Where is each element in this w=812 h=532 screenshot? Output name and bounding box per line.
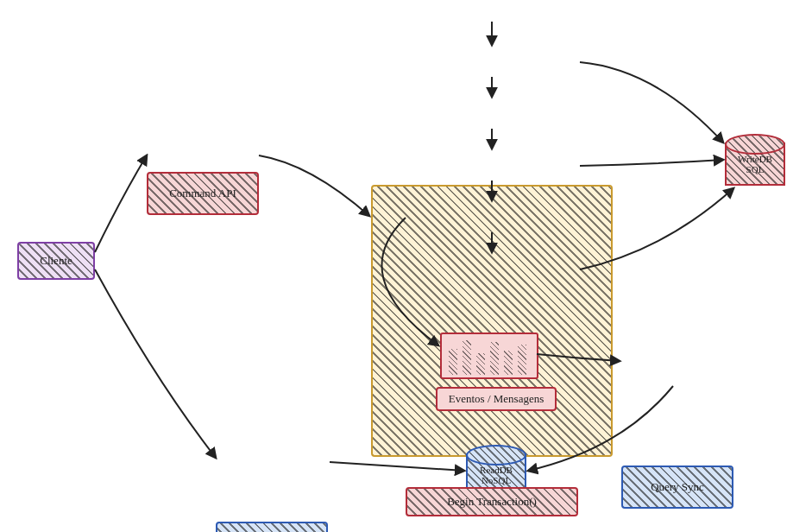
node-message-queue-icon bbox=[440, 332, 538, 379]
diagram-canvas: Cliente Command API Query API Query Sync… bbox=[0, 0, 812, 532]
node-query-api: Query API bbox=[216, 522, 328, 532]
node-transaction-group bbox=[371, 185, 613, 457]
label-cliente: Cliente bbox=[40, 254, 72, 268]
node-cliente: Cliente bbox=[17, 242, 95, 280]
label-write-db: WriteDBSQL bbox=[725, 154, 785, 174]
label-read-db: ReadDBNoSQL bbox=[466, 465, 526, 485]
node-eventos-mensagens: Eventos / Mensagens bbox=[436, 387, 557, 411]
node-begin-transaction: Begin Transaction() bbox=[406, 487, 578, 516]
node-query-sync: Query Sync bbox=[621, 466, 733, 509]
label-command-api: Command API bbox=[169, 187, 236, 200]
node-command-api: Command API bbox=[147, 172, 259, 215]
label-eventos: Eventos / Mensagens bbox=[449, 392, 544, 406]
label-begin-tx: Begin Transaction() bbox=[447, 495, 537, 509]
label-query-sync: Query Sync bbox=[651, 480, 704, 494]
node-write-db: WriteDBSQL bbox=[725, 134, 785, 186]
